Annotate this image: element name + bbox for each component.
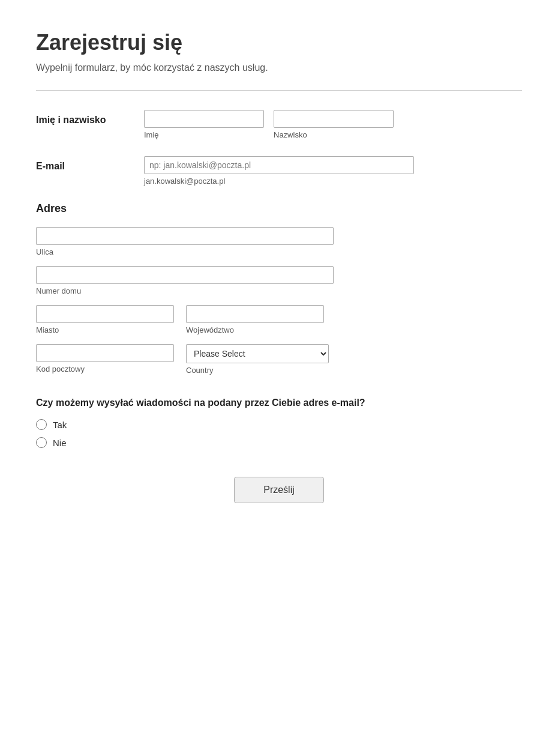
divider (36, 90, 522, 91)
email-input[interactable] (144, 156, 414, 174)
name-label: Imię i nazwisko (36, 110, 144, 125)
province-input[interactable] (186, 305, 324, 323)
first-name-input[interactable] (144, 110, 264, 128)
email-label: E-mail (36, 156, 144, 172)
city-field: Miasto (36, 305, 174, 334)
page-subtitle: Wypełnij formularz, by móc korzystać z n… (36, 62, 522, 73)
first-name-field: Imię (144, 110, 264, 139)
last-name-input[interactable] (274, 110, 394, 128)
radio-no-input[interactable] (36, 437, 47, 448)
radio-yes-option: Tak (36, 419, 522, 430)
radio-no-label[interactable]: Nie (53, 438, 67, 448)
zip-label: Kod pocztowy (36, 364, 174, 373)
radio-no-option: Nie (36, 437, 522, 448)
radio-yes-label[interactable]: Tak (53, 420, 67, 430)
street-label: Ulica (36, 247, 522, 256)
name-row: Imię i nazwisko Imię Nazwisko (36, 110, 522, 139)
first-name-label: Imię (144, 130, 264, 139)
street-input[interactable] (36, 227, 334, 245)
radio-yes-input[interactable] (36, 419, 47, 430)
street-field: Ulica (36, 227, 522, 256)
house-number-input[interactable] (36, 266, 334, 284)
last-name-label: Nazwisko (274, 130, 394, 139)
email-field-group: jan.kowalski@poczta.pl (144, 156, 414, 186)
country-select[interactable]: Please Select (186, 344, 329, 363)
address-section: Adres Ulica Numer domu Miasto Województw… (36, 202, 522, 375)
zip-country-row: Kod pocztowy Please Select Country (36, 344, 522, 375)
house-number-field: Numer domu (36, 266, 522, 295)
last-name-field: Nazwisko (274, 110, 394, 139)
city-province-row: Miasto Województwo (36, 305, 522, 334)
address-section-title: Adres (36, 202, 522, 215)
email-hint: jan.kowalski@poczta.pl (144, 177, 414, 186)
zip-input[interactable] (36, 344, 174, 362)
submit-row: Prześlij (36, 477, 522, 503)
email-row: E-mail jan.kowalski@poczta.pl (36, 156, 522, 186)
name-fields-group: Imię Nazwisko (144, 110, 394, 139)
province-field: Województwo (186, 305, 324, 334)
email-consent-section: Czy możemy wysyłać wiadomości na podany … (36, 396, 522, 448)
province-label: Województwo (186, 325, 324, 334)
city-label: Miasto (36, 325, 174, 334)
page-title: Zarejestruj się (36, 30, 522, 55)
country-field: Please Select Country (186, 344, 329, 375)
question-text: Czy możemy wysyłać wiadomości na podany … (36, 396, 522, 410)
house-number-label: Numer domu (36, 286, 522, 295)
city-input[interactable] (36, 305, 174, 323)
submit-button[interactable]: Prześlij (234, 477, 324, 503)
country-label: Country (186, 366, 329, 375)
zip-field: Kod pocztowy (36, 344, 174, 375)
